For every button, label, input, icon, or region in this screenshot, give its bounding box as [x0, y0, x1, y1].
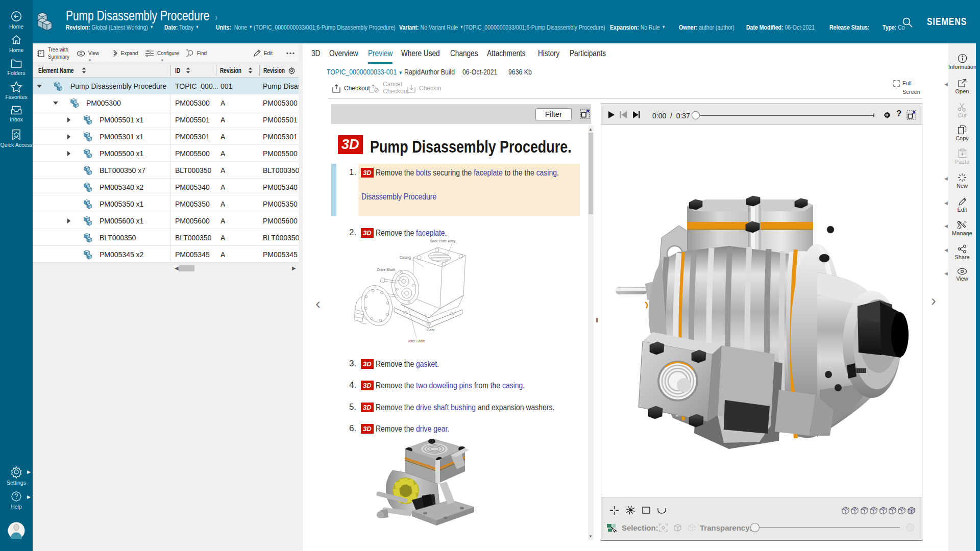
svg-text:Idler Shaft: Idler Shaft	[408, 339, 425, 343]
svg-text:Gear: Gear	[427, 328, 435, 332]
svg-text:Drive Shaft: Drive Shaft	[377, 268, 395, 271]
svg-text:Casing: Casing	[400, 256, 411, 260]
svg-text:Back Plate Assy: Back Plate Assy	[430, 239, 456, 243]
